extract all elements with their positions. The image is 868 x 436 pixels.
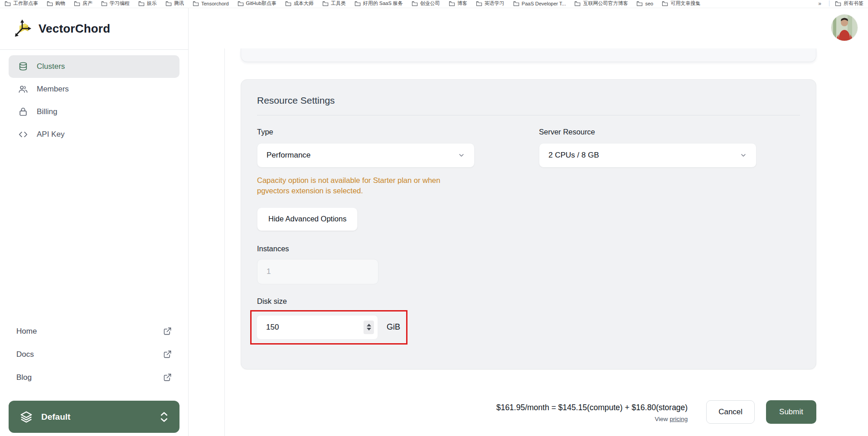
sidebar-link-blog[interactable]: Blog <box>16 366 172 389</box>
browser-bookmarks-bar: 工作那点事 购物 房产 学习编程 娱乐 腾讯 Tensorchord GitHu… <box>0 0 868 8</box>
external-link-icon <box>163 373 172 382</box>
cancel-button[interactable]: Cancel <box>706 400 755 424</box>
disk-size-input[interactable] <box>257 315 378 340</box>
app-window: VectorChord Clusters Members Billing <box>0 8 868 436</box>
pricing-link[interactable]: pricing <box>669 416 688 422</box>
folder-icon <box>238 1 244 6</box>
folder-icon <box>285 1 291 6</box>
external-link-icon <box>163 350 172 359</box>
folder-icon <box>449 1 455 6</box>
content-column: Resource Settings Type Performance Capac… <box>241 48 816 424</box>
folder-icon <box>513 1 519 6</box>
folder-icon <box>138 1 145 6</box>
bookmark-item[interactable]: GitHub那点事 <box>238 0 276 7</box>
folder-icon <box>5 1 11 6</box>
server-resource-value: 2 CPUs / 8 GB <box>548 151 599 160</box>
stepper-down-icon[interactable] <box>367 328 371 331</box>
code-icon <box>18 129 28 139</box>
type-label: Type <box>257 128 475 136</box>
bookmarks-divider <box>829 0 829 6</box>
bookmark-item[interactable]: 成本大师 <box>285 0 314 7</box>
sidebar-link-home[interactable]: Home <box>16 320 172 343</box>
bookmark-item[interactable]: 英语学习 <box>476 0 504 7</box>
view-pricing-row: View pricing <box>496 416 688 422</box>
sidebar-item-api-key[interactable]: API Key <box>9 123 179 146</box>
chevron-down-icon <box>740 152 747 159</box>
bookmark-item[interactable]: 学习编程 <box>101 0 130 7</box>
bookmarks-list: 工作那点事 购物 房产 学习编程 娱乐 腾讯 Tensorchord GitHu… <box>5 0 700 7</box>
submit-button[interactable]: Submit <box>766 400 816 424</box>
sidebar: VectorChord Clusters Members Billing <box>0 8 189 436</box>
sidebar-item-label: API Key <box>37 130 64 139</box>
chevron-down-icon <box>458 152 465 159</box>
folder-icon <box>193 1 199 6</box>
all-bookmarks-item[interactable]: 所有书签 <box>835 0 863 7</box>
chevron-up-down-icon <box>160 411 169 423</box>
brand-title: VectorChord <box>39 22 110 36</box>
folder-icon <box>636 1 643 6</box>
sidebar-external-links: Home Docs Blog <box>0 320 188 389</box>
external-link-icon <box>163 327 172 335</box>
instances-input[interactable] <box>257 259 378 284</box>
number-stepper[interactable] <box>364 321 374 334</box>
bookmark-item[interactable]: 工具类 <box>322 0 346 7</box>
price-summary: $161.95/month = $145.15(compute) + $16.8… <box>496 403 688 412</box>
folder-icon <box>662 1 668 6</box>
workspace-name: Default <box>41 412 70 422</box>
bookmark-item[interactable]: 腾讯 <box>165 0 184 7</box>
bookmark-item[interactable]: 房产 <box>74 0 92 7</box>
type-select-value: Performance <box>267 151 310 160</box>
folder-icon <box>476 1 482 6</box>
bookmarks-overflow-chevron[interactable]: » <box>815 0 824 7</box>
folder-icon <box>47 1 53 6</box>
folder-icon <box>412 1 418 6</box>
layers-icon <box>19 410 33 424</box>
folder-icon <box>165 1 172 6</box>
sidebar-item-label: Members <box>37 85 69 94</box>
sidebar-nav: Clusters Members Billing API Key <box>0 50 188 146</box>
folder-icon <box>354 1 361 6</box>
workspace-selector-button[interactable]: Default <box>9 401 179 433</box>
resource-settings-card: Resource Settings Type Performance Capac… <box>241 79 816 369</box>
server-resource-label: Server Resource <box>539 128 756 136</box>
folder-icon <box>835 1 841 6</box>
main-area: Resource Settings Type Performance Capac… <box>189 8 868 436</box>
bookmark-item[interactable]: seo <box>636 1 653 6</box>
type-select[interactable]: Performance <box>257 143 475 168</box>
bookmark-item[interactable]: 创业公司 <box>412 0 440 7</box>
bookmark-item[interactable]: 娱乐 <box>138 0 157 7</box>
folder-icon <box>574 1 581 6</box>
folder-icon <box>74 1 80 6</box>
user-avatar[interactable] <box>831 14 858 41</box>
hide-advanced-options-button[interactable]: Hide Advanced Options <box>257 207 358 231</box>
form-footer: $161.95/month = $145.15(compute) + $16.8… <box>241 400 816 424</box>
previous-card-bottom <box>241 48 816 62</box>
sidebar-item-clusters[interactable]: Clusters <box>9 55 179 78</box>
sidebar-item-members[interactable]: Members <box>9 78 179 101</box>
bookmark-item[interactable]: 可用文章搜集 <box>662 0 700 7</box>
bookmark-item[interactable]: 互联网公司官方博客 <box>574 0 628 7</box>
database-icon <box>18 62 28 72</box>
bookmark-item[interactable]: 博客 <box>449 0 467 7</box>
disk-unit-label: GiB <box>387 322 400 332</box>
brand-header[interactable]: VectorChord <box>0 8 188 50</box>
stepper-up-icon[interactable] <box>367 324 371 326</box>
bookmark-item[interactable]: 好用的 SaaS 服务 <box>354 0 403 7</box>
sidebar-item-label: Billing <box>37 107 57 116</box>
lock-icon <box>18 107 28 117</box>
sidebar-item-billing[interactable]: Billing <box>9 101 179 123</box>
capacity-warning-text: Capacity option is not available for Sta… <box>257 175 475 196</box>
card-title: Resource Settings <box>257 95 800 106</box>
bookmark-item[interactable]: 购物 <box>47 0 65 7</box>
annotation-highlight-box: GiB <box>250 310 407 345</box>
disk-size-label: Disk size <box>257 297 475 306</box>
server-resource-select[interactable]: 2 CPUs / 8 GB <box>539 143 756 168</box>
bookmark-item[interactable]: 工作那点事 <box>5 0 38 7</box>
folder-icon <box>322 1 329 6</box>
sidebar-link-docs[interactable]: Docs <box>16 343 172 366</box>
bookmark-item[interactable]: Tensorchord <box>193 1 229 6</box>
bookmark-item[interactable]: PaaS Developer T... <box>513 1 566 6</box>
price-summary-block: $161.95/month = $145.15(compute) + $16.8… <box>496 400 688 422</box>
instances-label: Instances <box>257 244 475 253</box>
sidebar-item-label: Clusters <box>37 62 65 71</box>
